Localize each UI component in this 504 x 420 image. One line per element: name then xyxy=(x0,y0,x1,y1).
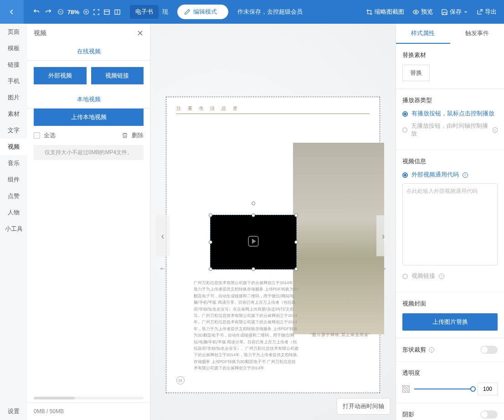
resize-handle[interactable] xyxy=(209,267,212,271)
trash-icon xyxy=(122,132,128,139)
shadow-toggle[interactable] xyxy=(480,410,498,419)
radio-icon xyxy=(402,111,408,117)
external-video-button[interactable]: 外部视频 xyxy=(34,67,87,84)
page-next-button[interactable]: › xyxy=(376,215,390,256)
mode-label[interactable]: 现 xyxy=(162,8,168,16)
thumbnail-crop-button[interactable]: 缩略图截图 xyxy=(366,8,404,16)
rail-item[interactable]: 组件 xyxy=(0,171,27,188)
edit-mode-label: 编辑模式 xyxy=(193,8,217,16)
save-icon xyxy=(441,9,448,16)
info-icon[interactable]: i xyxy=(429,347,434,353)
shape-crop-label: 形状裁剪 xyxy=(402,346,426,354)
scrollbar[interactable] xyxy=(34,397,144,399)
layout-icon-1[interactable] xyxy=(103,9,110,16)
svg-point-9 xyxy=(415,11,417,13)
upload-cover-button[interactable]: 上传图片替换 xyxy=(402,313,498,331)
open-timeline-button[interactable]: 打开动画时间轴 xyxy=(337,398,390,415)
rail-item[interactable]: 模板 xyxy=(0,40,27,57)
radio-icon xyxy=(402,274,408,279)
rotate-handle[interactable] xyxy=(252,202,255,205)
rail-settings[interactable]: 设置 xyxy=(0,407,27,415)
save-status-text: 作未保存，去控超级会员 xyxy=(237,8,303,16)
export-button[interactable]: 导出 xyxy=(476,8,497,16)
layout-icon-2[interactable] xyxy=(114,9,121,16)
video-side-panel: 视频 ✕ 在线视频 外部视频 视频链接 本地视频 上传本地视频 全选 删除 仅支… xyxy=(27,24,150,420)
resize-handle[interactable] xyxy=(294,240,298,244)
close-icon[interactable]: ✕ xyxy=(137,28,144,38)
video-cover-label: 视频封面 xyxy=(402,300,498,308)
zoom-in-icon[interactable] xyxy=(83,9,89,15)
rail-item[interactable]: 文字 xyxy=(0,122,27,139)
resize-handle[interactable] xyxy=(252,213,255,217)
online-video-section: 在线视频 xyxy=(27,43,150,61)
rail-item[interactable]: 小工具 xyxy=(0,221,27,237)
rail-item[interactable]: 手机 xyxy=(0,73,27,89)
crop-icon xyxy=(366,9,373,16)
back-button[interactable] xyxy=(0,0,24,24)
style-tab[interactable]: 样式属性 xyxy=(396,24,450,44)
page-frame[interactable]: 注 重 生 活 品 质 "图片源于网络,禁止商业用途" 广州万彩信息技术有限公司… xyxy=(166,97,380,393)
rail-item[interactable]: 点赞 xyxy=(0,188,27,204)
panel-title: 视频 xyxy=(34,29,46,37)
video-code-option[interactable]: 外部视频通用代码 i xyxy=(402,171,498,179)
player-option-2[interactable]: 无播放按钮，由时间轴控制播放 i xyxy=(402,122,498,138)
transparency-icon xyxy=(402,385,410,393)
opacity-label: 透明度 xyxy=(402,369,498,377)
radio-icon xyxy=(402,127,407,133)
replace-button[interactable]: 替换 xyxy=(402,65,430,81)
resize-handle[interactable] xyxy=(209,213,212,217)
top-toolbar: 78% 电子书 现 编辑模式 作未保存，去控超级会员 缩略图截图 预览 保存 导… xyxy=(0,0,504,24)
resize-handle[interactable] xyxy=(294,213,298,217)
shadow-label: 阴影 xyxy=(402,410,414,419)
radio-icon xyxy=(402,172,408,178)
page-prev-button[interactable]: ‹ xyxy=(156,215,170,256)
resize-handle[interactable] xyxy=(252,267,255,271)
info-icon[interactable]: i xyxy=(463,172,468,178)
video-code-input[interactable] xyxy=(402,183,498,265)
chevron-down-icon xyxy=(463,10,468,14)
fit-screen-icon[interactable] xyxy=(93,9,100,16)
info-icon[interactable]: i xyxy=(493,127,498,133)
page-number: 01 xyxy=(176,376,185,384)
event-tab[interactable]: 触发事件 xyxy=(450,24,504,44)
replace-material-label: 替换素材 xyxy=(402,51,498,59)
zoom-value: 78% xyxy=(67,9,79,16)
room-image xyxy=(293,143,384,334)
rail-item[interactable]: 图片 xyxy=(0,89,27,106)
rail-item[interactable]: 素材 xyxy=(0,106,27,122)
video-info-label: 视频信息 xyxy=(402,157,498,166)
undo-icon[interactable] xyxy=(33,8,40,16)
page-first-icon[interactable]: ⇤ xyxy=(160,265,165,272)
save-button[interactable]: 保存 xyxy=(441,8,468,16)
info-icon[interactable]: i xyxy=(439,274,444,279)
image-caption: "图片源于网络,禁止商业用途" xyxy=(310,332,370,338)
upload-hint: 仅支持大小不超过0MB的MP4文件。 xyxy=(34,145,144,160)
pencil-icon xyxy=(184,9,190,15)
rail-item[interactable]: 链接 xyxy=(0,57,27,73)
page-last-icon[interactable]: ⇥ xyxy=(381,265,386,272)
rail-item[interactable]: 页面 xyxy=(0,24,27,40)
video-element[interactable] xyxy=(210,215,297,270)
rail-item[interactable]: 视频 xyxy=(0,139,27,155)
video-link-button[interactable]: 视频链接 xyxy=(91,67,144,84)
upload-local-video-button[interactable]: 上传本地视频 xyxy=(34,109,144,126)
opacity-slider[interactable] xyxy=(414,389,473,389)
doc-type-chip[interactable]: 电子书 xyxy=(130,5,159,19)
player-option-1[interactable]: 有播放按钮，鼠标点击控制播放 xyxy=(402,110,498,118)
preview-button[interactable]: 预览 xyxy=(412,8,433,16)
resize-handle[interactable] xyxy=(209,240,212,244)
play-icon xyxy=(247,235,259,249)
edit-mode-pill[interactable]: 编辑模式 xyxy=(177,5,228,19)
opacity-input[interactable] xyxy=(478,383,498,395)
select-all-checkbox[interactable] xyxy=(34,132,40,139)
shape-crop-toggle[interactable] xyxy=(480,346,498,354)
canvas-area: 注 重 生 活 品 质 "图片源于网络,禁止商业用途" 广州万彩信息技术有限公司… xyxy=(150,24,396,420)
redo-icon[interactable] xyxy=(45,8,52,16)
page-header: 注 重 生 活 品 质 xyxy=(176,105,370,112)
delete-button[interactable]: 删除 xyxy=(122,131,144,140)
resize-handle[interactable] xyxy=(294,267,298,271)
rail-item[interactable]: 人物 xyxy=(0,204,27,221)
video-link-option[interactable]: 视频链接 i xyxy=(402,272,498,280)
zoom-out-icon[interactable] xyxy=(57,9,64,15)
rail-item[interactable]: 音乐 xyxy=(0,155,27,171)
